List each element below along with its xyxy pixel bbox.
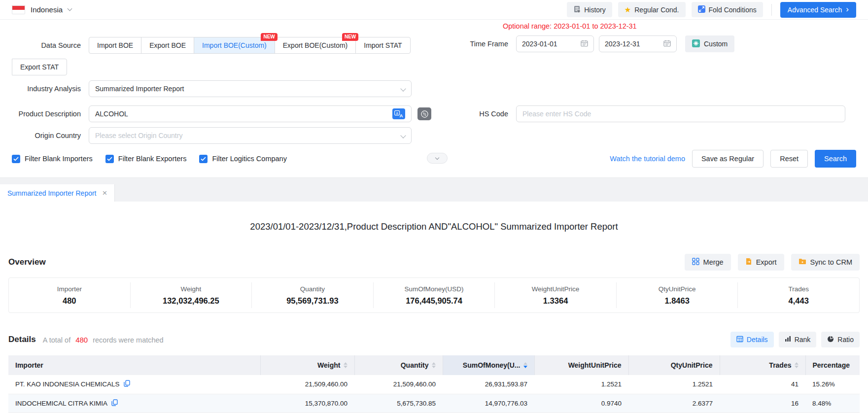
stat-sumofmoney: SumOfMoney(USD)176,445,905.74 [373,282,495,308]
tab-summarized-importer-report[interactable]: Summarized Importer Report × [0,184,115,202]
fold-icon [698,5,705,14]
svg-text:A: A [399,113,403,118]
col-quantity-header[interactable]: Quantity [354,355,443,375]
data-source-tabs: Import BOE Export BOE Import BOE(Custom)… [89,37,411,54]
sort-icon[interactable] [795,362,799,368]
importer-name-link[interactable]: INDOCHEMICAL CITRA KIMIA [15,400,107,407]
filter-logitics-company-checkbox[interactable]: Filter Logitics Company [199,155,287,163]
start-date-input[interactable]: 2023-01-01 [516,35,594,52]
industry-analysis-select[interactable]: Summarized Importer Report [89,80,412,97]
col-importer-header: Importer [8,355,260,375]
tab-import-boe[interactable]: Import BOE [89,37,141,54]
col-weight-header[interactable]: Weight [260,355,354,375]
history-label: History [584,6,606,14]
data-source-row-2: Export STAT [12,59,856,75]
report-content: 2023/01/01-2023/12/31,Product Descriptio… [0,221,868,413]
advanced-search-label: Advanced Search [788,6,842,14]
origin-country-label: Origin Country [12,132,81,139]
table-header-row: Importer Weight Quantity SumOfMoney(U...… [8,355,860,375]
view-details-button[interactable]: Details [730,332,774,347]
history-icon [573,5,581,14]
calendar-icon [581,40,588,48]
new-badge: NEW [342,33,358,41]
view-rank-button[interactable]: Rank [779,332,817,347]
result-tabbar: Summarized Importer Report × [0,177,868,202]
regular-cond-button[interactable]: ★ Regular Cond. [618,2,686,17]
sort-icon[interactable] [432,362,436,368]
sort-icon-active[interactable] [523,362,527,368]
col-trades-header[interactable]: Trades [720,355,805,375]
fold-conditions-label: Fold Conditions [709,6,757,14]
bar-chart-icon [785,336,791,344]
time-frame-label: Time Frame [464,40,508,48]
tab-export-boe[interactable]: Export BOE [141,37,194,54]
table-grid-icon [736,336,743,344]
table-row: PT. KAO INDONESIA CHEMICALS 21,509,460.0… [8,375,860,394]
advanced-search-button[interactable]: Advanced Search › [780,2,856,18]
merge-button[interactable]: Merge [685,254,731,271]
details-heading: Details [8,335,36,344]
col-weightunitprice-header: WeightUnitPrice [534,355,628,375]
topbar: Indonesia History ★ Regular Cond. Fold C… [0,0,868,20]
export-icon [745,258,752,267]
filter-blank-importers-checkbox[interactable]: Filter Blank Importers [12,155,93,163]
star-icon: ★ [625,6,631,13]
save-as-regular-button[interactable]: Save as Regular [692,150,764,168]
copy-icon[interactable] [124,380,130,388]
filter-blank-exporters-checkbox[interactable]: Filter Blank Exporters [105,155,187,163]
close-icon[interactable]: × [103,189,107,197]
tab-export-stat[interactable]: Export STAT [12,59,67,75]
pie-chart-icon [827,336,834,344]
search-form: Optional range: 2023-01-01 to 2023-12-31… [0,20,868,177]
report-title: 2023/01/01-2023/12/31,Product Descriptio… [0,221,868,232]
origin-country-select[interactable]: Please select Origin Country [89,127,412,144]
industry-analysis-row: Industry Analysis Summarized Importer Re… [12,80,856,97]
product-description-input[interactable]: ALCOHOL aA [89,105,412,122]
sync-to-crm-button[interactable]: Sync to CRM [791,254,860,271]
match-count: 480 [75,336,88,344]
hs-code-input[interactable]: Please enter HS Code [516,105,845,122]
table-row: INDOCHEMICAL CITRA KIMIA 15,370,870.00 5… [8,394,860,413]
view-ratio-button[interactable]: Ratio [821,332,860,347]
reset-button[interactable]: Reset [770,150,808,168]
overview-header: Overview Merge Export Sync to CRM [0,254,868,271]
history-button[interactable]: History [567,2,612,17]
end-date-input[interactable]: 2023-12-31 [599,35,677,52]
exclude-icon[interactable] [417,107,431,120]
col-qtyunitprice-header: QtyUnitPrice [628,355,720,375]
stat-quantity: Quantity95,569,731.93 [251,282,373,308]
export-button[interactable]: Export [738,254,784,271]
stat-trades: Trades4,443 [737,282,859,308]
country-name: Indonesia [31,5,63,14]
details-header: Details A total of480records were matche… [0,332,868,347]
data-source-label: Data Source [12,41,81,49]
origin-country-row: Origin Country Please select Origin Coun… [12,127,856,144]
hs-code-group: HS Code Please enter HS Code [464,105,845,122]
importer-name-link[interactable]: PT. KAO INDONESIA CHEMICALS [15,380,120,388]
tutorial-link[interactable]: Watch the tutorial demo [610,155,685,163]
form-actions: Watch the tutorial demo Save as Regular … [610,150,856,168]
tab-export-boe-custom[interactable]: Export BOE(Custom)NEW [275,37,356,54]
col-percentage-header: Percentage [805,355,860,375]
chevron-down-icon [400,86,406,91]
overview-heading: Overview [8,257,46,267]
match-summary: A total of480records were matched [43,336,164,344]
divider [771,4,772,16]
search-button[interactable]: Search [815,150,856,168]
overview-actions: Merge Export Sync to CRM [685,254,860,271]
overview-stats: Importer480 Weight132,032,496.25 Quantit… [8,277,860,313]
copy-icon[interactable] [111,399,118,408]
custom-range-button[interactable]: Custom [685,35,734,52]
tab-import-boe-custom[interactable]: Import BOE(Custom)NEW [194,37,275,54]
industry-analysis-label: Industry Analysis [12,85,81,93]
expand-conditions-button[interactable] [427,153,448,164]
translate-icon[interactable]: aA [392,108,405,119]
country-selector[interactable]: Indonesia [12,5,71,14]
fold-conditions-button[interactable]: Fold Conditions [692,2,763,17]
custom-label: Custom [704,40,728,48]
regular-cond-label: Regular Cond. [634,6,679,14]
col-sumofmoney-header[interactable]: SumOfMoney(U... [443,355,534,375]
tab-import-stat[interactable]: Import STAT [355,37,410,54]
sort-icon[interactable] [344,362,347,368]
tab-title: Summarized Importer Report [7,189,97,197]
